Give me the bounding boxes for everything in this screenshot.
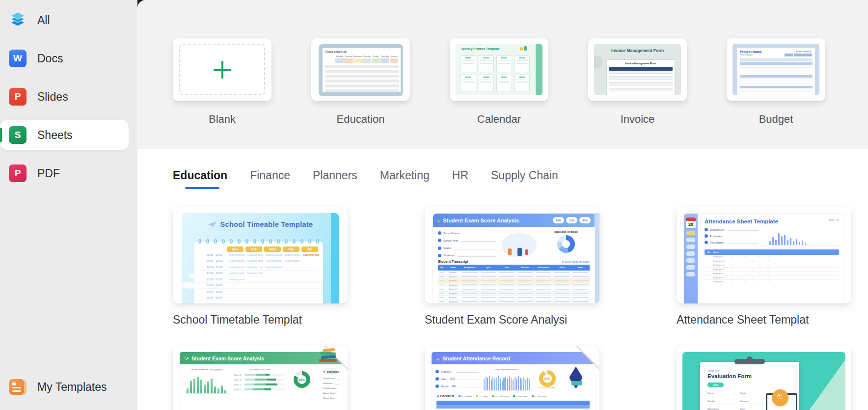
- tab-hr[interactable]: HR: [452, 169, 468, 182]
- tab-finance[interactable]: Finance: [250, 169, 290, 182]
- sidebar-item-all[interactable]: All: [0, 5, 129, 35]
- quick-card-budget[interactable]: Project Name Project Budget Budget Summa…: [727, 38, 825, 126]
- template-card-attendance-sheet[interactable]: 20 Attendance Sheet Template 2023 · 07 D…: [677, 207, 851, 327]
- template-thumbnail: Teacher Evaluation Form 2023 Name : Gend…: [677, 346, 851, 410]
- template-row-1: School Timeable Template MONTUE WEDTHU: [173, 207, 868, 327]
- summary-label: Budget Summary: [796, 50, 811, 53]
- edge-strip: [595, 213, 599, 303]
- table-header: No. Name: [705, 249, 839, 255]
- tab-marketing[interactable]: Marketing: [380, 169, 430, 182]
- template-gallery: Education Finance Planners Marketing HR …: [137, 169, 868, 410]
- sheets-icon: S: [9, 126, 27, 144]
- mini-table-header: [609, 67, 673, 71]
- legend-item: N = No School: [532, 395, 547, 398]
- quick-card-invoice[interactable]: Invoice Management Form Invoice Manageme…: [588, 38, 687, 126]
- template-thumbnail: 20 Attendance Sheet Template 2023 · 07 D…: [677, 207, 851, 303]
- category-tabs: Education Finance Planners Marketing HR …: [173, 169, 868, 182]
- info-fields: School Name : School Year : Grade : Stud…: [438, 230, 496, 258]
- my-templates-icon: [9, 378, 27, 396]
- section-title: Student Transcript: [438, 260, 468, 263]
- sidebar-item-label: All: [37, 14, 50, 27]
- thumb-title: Evaluation Form: [707, 373, 793, 379]
- template-card-teacher-evaluation[interactable]: Teacher Evaluation Form 2023 Name : Gend…: [677, 346, 851, 410]
- clipboard-clip: [734, 359, 765, 364]
- tab-education[interactable]: Education: [173, 169, 227, 182]
- thumb-title-top: Teacher: [707, 369, 793, 373]
- graduation-cap-illustration: [564, 368, 591, 391]
- thumb-title: Student Exam Score Analysis: [191, 355, 264, 361]
- checklist-label: Checklist: [436, 394, 454, 398]
- template-thumbnail: Student Exam Score Analysis 14% 21% 45% …: [425, 207, 599, 303]
- template-name: Attendance Sheet Templat: [677, 313, 851, 327]
- mini-day-headers: MondayTuesday WednesdayThursday FridaySa…: [325, 55, 399, 57]
- quick-card-education[interactable]: Class schedule MondayTuesday WednesdayTh…: [311, 38, 410, 126]
- enter-score-link: Enter students score: [562, 260, 590, 263]
- mini-color-row: [325, 58, 399, 63]
- sidebar-item-sheets[interactable]: S Sheets: [0, 120, 129, 150]
- pass-rate-donut: 83%: [289, 368, 314, 399]
- quick-card-label: Invoice: [621, 113, 655, 126]
- sidebar-item-label: PDF: [37, 167, 60, 180]
- tab-supply-chain[interactable]: Supply Chain: [491, 169, 558, 182]
- template-thumbnail: Student Attendance Record Teacher : Year…: [425, 346, 599, 410]
- grade-badge: A+Grade: [772, 389, 788, 406]
- checklist-table-header: [436, 401, 590, 405]
- sidebar-item-my-templates[interactable]: My Templates: [0, 372, 129, 402]
- info-fields: Teacher : Year :2023 Month :May: [435, 368, 479, 391]
- cloud-shape: [189, 273, 196, 278]
- quick-template-strip: Blank Class schedule MondayTuesday Wedne…: [137, 0, 868, 149]
- all-layers-icon: [9, 11, 27, 29]
- thumb-title: School Timeable Template: [220, 220, 313, 228]
- quick-card-blank[interactable]: Blank: [173, 38, 271, 126]
- template-card-school-timetable[interactable]: School Timeable Template MONTUE WEDTHU: [173, 207, 348, 327]
- mini-table-header: [740, 58, 813, 61]
- attendance-rate-donut: 93% ATTENDANCE RATE: [534, 368, 560, 391]
- edge-strip: [331, 213, 339, 303]
- template-name: School Timetable Templat: [173, 313, 348, 327]
- tab-planners[interactable]: Planners: [313, 169, 357, 182]
- quick-card-label: Education: [337, 113, 385, 126]
- grade-stats: Statistics of grade: [542, 230, 590, 258]
- planner-edge-bar: [536, 44, 542, 95]
- grade-donut-chart: [557, 235, 575, 253]
- sidebar-item-docs[interactable]: W Docs: [0, 43, 129, 74]
- calendar-thumbnail: Weekly Planner Template: [450, 38, 548, 101]
- sidebar-item-slides[interactable]: P Slides: [0, 82, 129, 112]
- summary-cells: [785, 54, 812, 56]
- sheet-title: Invoice Management Form: [609, 62, 673, 65]
- pdf-icon: P: [9, 164, 27, 182]
- quick-card-calendar[interactable]: Weekly Planner Template: [450, 38, 548, 126]
- education-thumbnail: Class schedule MondayTuesday WednesdayTh…: [311, 38, 410, 101]
- template-row-2: Student Exam Score Analysis Grade Distri…: [173, 346, 868, 410]
- thumb-title: Student Exam Score Analysis: [443, 218, 519, 223]
- template-card-exam-score[interactable]: Student Exam Score Analysis 14% 21% 45% …: [425, 207, 599, 327]
- attendance-bar-chart: [761, 228, 839, 246]
- books-illustration: [317, 348, 339, 365]
- template-card-exam-score-green[interactable]: Student Exam Score Analysis Grade Distri…: [173, 346, 348, 410]
- stat-badges: 14% 21% 45%: [553, 217, 591, 223]
- template-card-attendance-record[interactable]: Student Attendance Record Teacher : Year…: [425, 346, 599, 410]
- template-name: Student Exam Score Analysi: [425, 313, 599, 327]
- thumb-title: Class schedule: [325, 50, 399, 54]
- budget-thumbnail: Project Name Project Budget Budget Summa…: [727, 38, 825, 101]
- grade-distribution-chart: Grade Distribution Chart (peoples): [185, 368, 230, 399]
- sidebar-item-pdf[interactable]: P PDF: [0, 158, 129, 189]
- class-gpa-chart: Class GPA TOP4 Chart Class 4 Class 3 Cla…: [234, 368, 285, 399]
- template-thumbnail: School Timeable Template MONTUE WEDTHU: [173, 207, 348, 303]
- cloud-shape: [183, 282, 195, 289]
- statistics-panel: Statistics School Year : Semester : Tota…: [319, 368, 339, 399]
- main-panel: Blank Class schedule MondayTuesday Wedne…: [137, 0, 868, 410]
- invoice-thumbnail: Invoice Management Form Invoice Manageme…: [588, 38, 687, 101]
- students-illustration: [500, 230, 539, 258]
- daily-attendance-chart: Daily attendance statistics: [483, 368, 531, 391]
- blank-thumbnail: [173, 38, 271, 101]
- info-fields: Department : Employee : Attendance :: [705, 228, 759, 246]
- chevrons-icon: [437, 216, 440, 225]
- template-thumbnail: Student Exam Score Analysis Grade Distri…: [173, 346, 348, 410]
- year-badge: 2023: [707, 383, 724, 387]
- sidebar-item-label: Sheets: [37, 129, 73, 142]
- mini-planner-grid: [461, 55, 530, 91]
- quick-card-label: Budget: [759, 113, 793, 126]
- slides-icon: P: [9, 88, 27, 106]
- sidebar-item-label: Docs: [37, 52, 63, 65]
